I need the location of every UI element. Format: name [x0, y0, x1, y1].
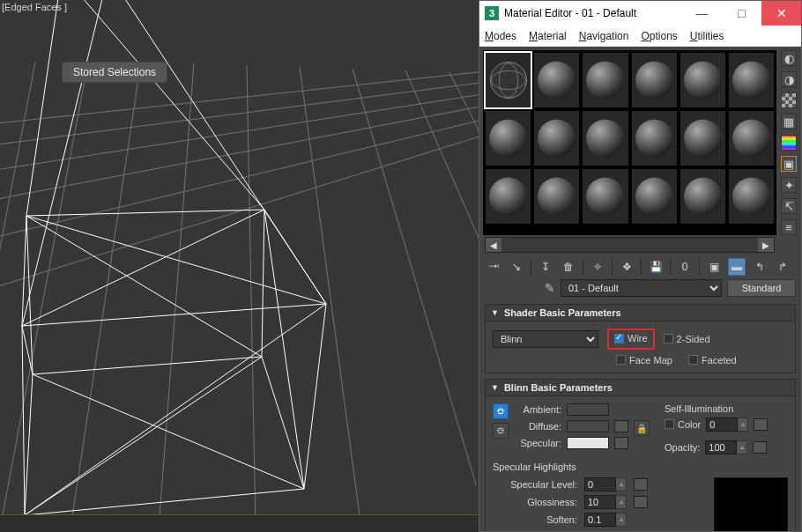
spinner-arrows-icon[interactable]: ▵ — [738, 417, 748, 432]
sample-slot[interactable] — [485, 168, 531, 225]
svg-line-21 — [33, 357, 262, 374]
sample-slot[interactable] — [679, 52, 726, 108]
sample-slot[interactable] — [728, 52, 775, 108]
faceted-checkbox[interactable]: Faceted — [688, 355, 737, 366]
glossiness-map-slot[interactable] — [634, 496, 648, 508]
svg-point-48 — [684, 120, 722, 158]
ambient-diffuse-lock-button[interactable]: ⯐ — [493, 403, 509, 419]
wire-checkbox[interactable]: Wire — [614, 333, 648, 344]
diffuse-color-swatch[interactable] — [567, 420, 609, 432]
specular-level-map-slot[interactable] — [634, 478, 648, 491]
go-parent-icon[interactable]: ↰ — [751, 258, 769, 276]
specular-map-slot[interactable] — [614, 437, 628, 449]
spinner-arrows-icon[interactable]: ▵ — [737, 440, 747, 454]
sample-slot[interactable] — [533, 110, 580, 166]
self-illum-map-slot[interactable] — [754, 418, 768, 431]
pick-material-icon[interactable]: ✎ — [485, 281, 555, 295]
self-illum-color-checkbox[interactable]: Color — [665, 419, 701, 430]
video-color-icon[interactable] — [781, 135, 797, 151]
preview-icon[interactable]: ▣ — [781, 156, 797, 172]
sample-hscrollbar[interactable]: ◀ ▶ — [485, 237, 775, 253]
delete-icon[interactable]: 🗑 — [560, 258, 577, 276]
sample-slot[interactable] — [728, 110, 775, 166]
scroll-right-icon[interactable]: ▶ — [758, 238, 774, 252]
spinner-arrows-icon[interactable]: ▵ — [616, 513, 627, 527]
menu-utilities[interactable]: Utilities — [690, 30, 724, 42]
scroll-left-icon[interactable]: ◀ — [486, 238, 501, 252]
opacity-map-slot[interactable] — [753, 441, 767, 454]
select-by-material-icon[interactable]: ↸ — [781, 198, 797, 214]
self-illum-spinner[interactable]: ▵ — [706, 417, 748, 432]
lock-icon[interactable]: 🔒 — [634, 420, 650, 436]
reset-map-icon[interactable]: ✧ — [589, 258, 606, 276]
go-forward-icon[interactable]: ↱ — [774, 258, 791, 276]
glossiness-spinner[interactable]: ▵ — [584, 495, 627, 509]
menu-navigation[interactable]: Navigation — [579, 30, 629, 42]
opacity-spinner[interactable]: ▵ — [705, 440, 747, 454]
sample-slot[interactable] — [533, 168, 580, 225]
material-list-icon[interactable]: ≡ — [781, 219, 797, 235]
sample-slot[interactable] — [631, 110, 678, 166]
menu-modes[interactable]: Modes — [485, 30, 516, 42]
show-end-result-icon[interactable]: ▬ — [728, 258, 746, 276]
svg-point-55 — [732, 178, 770, 216]
sample-type-icon[interactable]: ◐ — [781, 50, 797, 66]
backlight-icon[interactable]: ◑ — [781, 71, 797, 87]
menu-material[interactable]: Material — [529, 30, 567, 42]
ambient-color-swatch[interactable] — [567, 403, 609, 416]
restore-button[interactable]: □ — [722, 1, 761, 26]
svg-point-41 — [635, 62, 673, 100]
viewport-mode-label[interactable]: [Edged Faces ] — [2, 2, 67, 12]
make-unique-icon[interactable]: ❖ — [618, 258, 635, 276]
uv-tile-icon[interactable]: ▦ — [781, 114, 797, 129]
background-icon[interactable] — [781, 92, 797, 108]
blinn-basic-rollout: ▼ Blinn Basic Parameters Self-Illuminati… — [485, 379, 796, 532]
shader-type-select[interactable]: Blinn — [493, 330, 598, 348]
svg-point-42 — [684, 62, 722, 100]
diffuse-specular-lock-button[interactable]: ⯐ — [493, 423, 509, 439]
sample-slot[interactable] — [679, 168, 726, 225]
put-to-scene-icon[interactable]: ↘ — [508, 258, 525, 276]
assign-selection-icon[interactable]: ↧ — [537, 258, 554, 276]
shader-basic-header[interactable]: ▼ Shader Basic Parameters — [485, 304, 796, 321]
specular-color-swatch[interactable] — [567, 437, 609, 449]
stored-selections-pill[interactable]: Stored Selections — [62, 62, 167, 83]
spinner-arrows-icon[interactable]: ▵ — [616, 495, 627, 509]
svg-point-44 — [489, 120, 527, 158]
sample-slot[interactable] — [728, 168, 775, 225]
minimize-button[interactable]: — — [682, 1, 722, 26]
sample-slot[interactable] — [631, 168, 678, 225]
material-name-select[interactable]: 01 - Default — [561, 279, 722, 297]
facemap-checkbox[interactable]: Face Map — [616, 355, 672, 366]
spinner-arrows-icon[interactable]: ▵ — [616, 477, 627, 491]
menu-options[interactable]: Options — [641, 30, 677, 42]
material-type-button[interactable]: Standard — [727, 279, 796, 297]
get-material-icon[interactable]: ⭲ — [485, 258, 502, 276]
specular-level-spinner[interactable]: ▵ — [584, 477, 627, 491]
sample-slot[interactable] — [631, 52, 678, 108]
sample-slot[interactable] — [582, 110, 628, 166]
svg-line-12 — [353, 69, 476, 484]
put-to-library-icon[interactable]: 💾 — [647, 258, 665, 276]
options-icon[interactable]: ✦ — [781, 177, 797, 193]
material-id-icon[interactable]: 0 — [676, 258, 694, 276]
close-button[interactable]: ✕ — [761, 1, 801, 26]
sample-slot[interactable] — [679, 110, 726, 166]
timeline-bar[interactable] — [0, 514, 479, 532]
svg-line-29 — [304, 304, 326, 489]
viewport-3d[interactable]: [Edged Faces ] Stored Selections — [0, 0, 479, 532]
diffuse-map-slot[interactable] — [614, 420, 628, 432]
sample-slot[interactable] — [582, 168, 628, 225]
svg-line-31 — [26, 216, 262, 357]
sample-slot[interactable] — [533, 52, 580, 108]
show-map-icon[interactable]: ▣ — [705, 258, 723, 276]
sample-slot[interactable] — [485, 110, 531, 166]
titlebar[interactable]: 3 Material Editor - 01 - Default — □ ✕ — [479, 1, 801, 26]
svg-point-43 — [732, 62, 770, 100]
twosided-checkbox[interactable]: 2-Sided — [664, 334, 710, 344]
blinn-basic-header[interactable]: ▼ Blinn Basic Parameters — [485, 379, 796, 396]
sample-slot[interactable] — [582, 52, 628, 108]
sample-slot-1[interactable] — [485, 52, 531, 108]
svg-line-9 — [159, 63, 194, 528]
soften-spinner[interactable]: ▵ — [584, 513, 627, 527]
